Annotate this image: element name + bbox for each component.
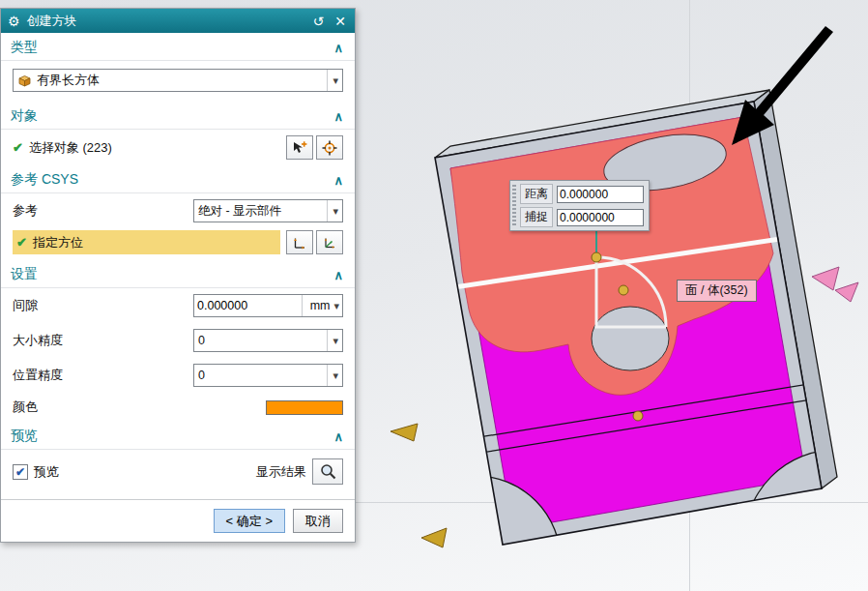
chevron-down-icon[interactable]: ▾ [333,300,339,312]
distance-input[interactable] [557,186,644,203]
unit-combo[interactable]: mm ▾ [302,295,342,316]
handle-ball[interactable] [619,285,628,295]
section-csys-label: 参考 CSYS [11,171,78,189]
close-button[interactable]: ✕ [333,15,348,28]
create-block-dialog: ⚙ 创建方块 ↺ ✕ 类型 ∧ 有界长方体 ▾ 对象 ∧ ✔ 选择对象 (223… [0,8,356,543]
collapse-icon[interactable]: ∧ [333,109,343,124]
handle-cone-gold[interactable] [391,424,418,441]
handle-ball[interactable] [448,399,457,409]
section-settings-label: 设置 [11,266,38,283]
ok-button[interactable]: < 确定 > [214,509,285,533]
size-precision-combo[interactable]: 0 ▾ [193,329,343,352]
orientation-label: 指定方位 [33,234,83,251]
clearance-input[interactable] [194,295,297,316]
type-value: 有界长方体 [37,72,100,89]
handle-arrow-pink[interactable] [812,267,839,290]
section-type-header[interactable]: 类型 ∧ [1,33,355,61]
snap-label: 捕捉 [520,207,553,227]
distance-label: 距离 [520,184,553,204]
clearance-field[interactable]: mm ▾ [193,294,343,317]
section-object-label: 对象 [11,107,38,125]
size-precision-row: 大小精度 0 ▾ [1,323,355,358]
preview-checkbox[interactable]: ✔ [13,464,28,480]
show-result-button[interactable] [312,458,343,485]
reference-value: 绝对 - 显示部件 [198,203,281,220]
model-hole-center [592,307,669,370]
handle-ball[interactable] [633,411,643,421]
csys-orient-button[interactable] [286,230,313,254]
size-precision-label: 大小精度 [13,332,63,349]
section-settings-header[interactable]: 设置 ∧ [1,260,355,288]
preview-row: ✔ 预览 显示结果 [1,450,355,493]
check-icon: ✔ [13,140,23,155]
color-row: 颜色 [1,393,355,422]
select-cursor-plus-icon [292,140,307,156]
reference-label: 参考 [13,202,38,220]
position-precision-value: 0 [198,369,205,382]
cancel-button[interactable]: 取消 [293,509,343,533]
dialog-footer: < 确定 > 取消 [1,499,355,542]
magnifier-icon [320,463,336,480]
collapse-icon[interactable]: ∧ [333,268,343,282]
section-preview-label: 预览 [11,428,38,445]
position-precision-label: 位置精度 [13,367,63,384]
reset-button[interactable]: ↺ [311,15,327,28]
section-type-label: 类型 [11,39,38,56]
collapse-icon[interactable]: ∧ [333,173,343,188]
section-object-header[interactable]: 对象 ∧ [1,102,355,130]
clearance-label: 间隙 [13,297,38,314]
select-object-label: 选择对象 (223) [29,139,112,157]
chevron-down-icon[interactable]: ▾ [327,70,338,91]
point-constructor-button[interactable] [316,135,343,160]
selection-tooltip: 面 / 体(352) [677,280,757,302]
handle-cone-gold[interactable] [421,528,447,547]
section-preview-header[interactable]: 预览 ∧ [1,422,355,450]
color-swatch[interactable] [266,400,343,415]
orientation-row: ✔ 指定方位 [1,228,355,260]
csys-axes-icon [292,235,307,251]
cursor-arrow [732,26,833,145]
snap-input[interactable] [557,209,644,226]
color-label: 颜色 [13,399,38,416]
chevron-down-icon[interactable]: ▾ [327,200,338,222]
select-point-button[interactable] [286,135,313,160]
csys-manipulator-icon [322,235,337,251]
select-object-row: ✔ 选择对象 (223) [1,130,355,165]
reference-combo[interactable]: 绝对 - 显示部件 ▾ [193,199,343,222]
position-precision-row: 位置精度 0 ▾ [1,358,355,393]
chevron-down-icon[interactable]: ▾ [327,330,338,351]
preview-label: 预览 [34,463,59,481]
dynamic-input-panel[interactable]: 距离 捕捉 [509,180,650,231]
handle-ball[interactable] [592,252,601,262]
reference-row: 参考 绝对 - 显示部件 ▾ [1,193,355,228]
clearance-row: 间隙 mm ▾ [1,288,355,323]
bounded-block-icon [17,74,32,88]
unit-value: mm [310,299,331,312]
csys-dialog-button[interactable] [316,230,343,254]
chevron-down-icon[interactable]: ▾ [327,365,338,386]
handle-arrow-pink[interactable] [835,282,858,302]
collapse-icon[interactable]: ∧ [333,41,343,55]
collapse-icon[interactable]: ∧ [333,429,343,444]
dialog-title: 创建方块 [27,13,304,30]
gear-icon: ⚙ [8,15,20,28]
show-result-label: 显示结果 [256,463,306,481]
orientation-highlight[interactable]: ✔ 指定方位 [13,230,280,254]
application-window: 距离 捕捉 面 / 体(352) ⚙ 创建方块 ↺ ✕ 类型 ∧ [0,0,868,591]
section-csys-header[interactable]: 参考 CSYS ∧ [1,165,355,193]
dialog-titlebar[interactable]: ⚙ 创建方块 ↺ ✕ [1,9,355,33]
target-crosshair-icon [322,140,337,156]
type-combo[interactable]: 有界长方体 ▾ [13,69,343,92]
check-icon: ✔ [16,235,27,250]
position-precision-combo[interactable]: 0 ▾ [193,364,343,387]
size-precision-value: 0 [198,334,205,347]
